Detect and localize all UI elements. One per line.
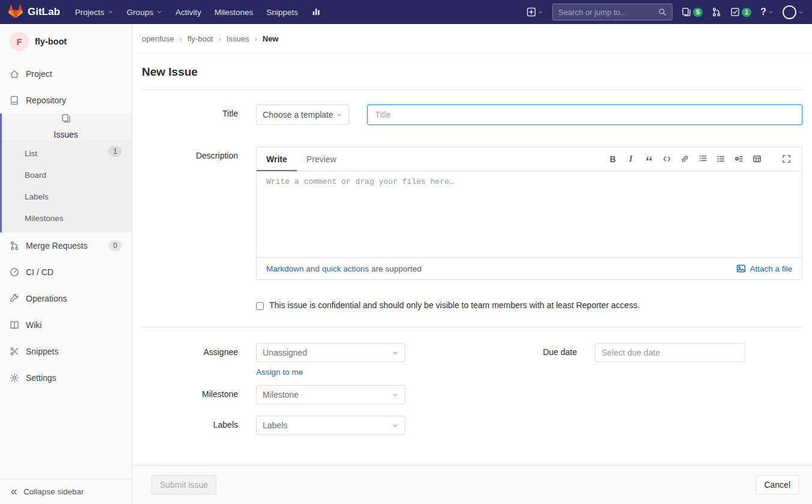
navbar-menu: Projects Groups Activity Milestones Snip… (69, 0, 328, 24)
attach-file-button[interactable]: Attach a file (736, 264, 792, 273)
nav-snippets[interactable]: Snippets (260, 0, 305, 24)
chevron-down-icon (538, 10, 543, 15)
description-textarea[interactable] (257, 171, 802, 257)
milestone-controls: Milestone (256, 385, 802, 404)
help-menu-button[interactable]: ? (760, 7, 774, 17)
assign-to-me-link[interactable]: Assign to me (256, 368, 303, 377)
nav-snippets-label: Snippets (266, 8, 298, 17)
due-date-group: Due date (543, 343, 745, 362)
task-list-button[interactable] (731, 151, 747, 167)
sidebar-subitem-milestones[interactable]: Milestones (2, 207, 132, 229)
collapse-sidebar-button[interactable]: Collapse sidebar (0, 479, 132, 504)
wiki-book-icon (10, 320, 19, 330)
markdown-help-link[interactable]: Markdown (266, 264, 304, 273)
breadcrumb-issues[interactable]: Issues (227, 34, 249, 43)
project-avatar: F (10, 32, 29, 51)
sidebar-item-wiki[interactable]: Wiki (0, 312, 132, 338)
merge-request-icon (712, 7, 721, 17)
merge-requests-button[interactable] (712, 7, 721, 17)
confidential-checkbox[interactable] (256, 302, 264, 310)
note-text: are supported (371, 264, 421, 273)
nav-projects[interactable]: Projects (69, 0, 120, 24)
labels-controls: Labels (256, 416, 802, 435)
nav-charts[interactable] (305, 0, 328, 24)
top-navbar: GitLab Projects Groups Activity Mileston… (0, 0, 812, 24)
title-label: Title (142, 105, 256, 125)
search-icon (658, 8, 667, 16)
sidebar-item-operations[interactable]: Operations (0, 285, 132, 312)
user-menu-button[interactable] (783, 5, 804, 19)
snippets-icon (10, 347, 19, 356)
markdown-editor-header: Write Preview B I (257, 147, 802, 171)
new-menu-button[interactable] (527, 7, 543, 17)
assignee-row: Assignee Unassigned Assign to me Due dat… (142, 343, 802, 377)
breadcrumb-group[interactable]: openfuse (142, 34, 174, 43)
numbered-list-button[interactable] (713, 151, 729, 167)
labels-label: Labels (142, 416, 256, 435)
nav-activity[interactable]: Activity (169, 0, 208, 24)
confidential-label: This issue is confidential and should on… (269, 300, 640, 310)
gitlab-logo[interactable]: GitLab (8, 4, 60, 20)
title-row: Title Choose a template (142, 105, 802, 125)
sidebar-item-label: Settings (26, 373, 56, 383)
nav-activity-label: Activity (176, 8, 201, 17)
sidebar-item-merge-requests[interactable]: Merge Requests 0 (0, 232, 132, 259)
home-icon (10, 69, 19, 79)
nav-groups[interactable]: Groups (120, 0, 169, 24)
milestone-value: Milestone (263, 390, 299, 399)
sidebar-item-repository[interactable]: Repository (0, 87, 132, 114)
todos-button[interactable]: 1 (730, 7, 751, 17)
sidebar-item-ci-cd[interactable]: CI / CD (0, 259, 132, 285)
sidebar-item-settings[interactable]: Settings (0, 365, 132, 391)
assigned-issues-button[interactable]: 5 (682, 7, 703, 17)
submit-issue-button[interactable]: Submit issue (151, 475, 216, 494)
quick-actions-help-link[interactable]: quick actions (322, 264, 369, 273)
cancel-button[interactable]: Cancel (756, 475, 799, 494)
note-text: and (306, 264, 320, 273)
sidebar-item-issues[interactable]: Issues 1 (2, 114, 132, 140)
bar-chart-icon (311, 7, 321, 18)
italic-button[interactable]: I (623, 151, 639, 167)
bold-button[interactable]: B (605, 151, 621, 167)
sidebar-section-issues: Issues 1 List Board Labels Milestones (0, 114, 132, 232)
nav-groups-label: Groups (127, 8, 153, 17)
link-button[interactable] (677, 151, 693, 167)
subitem-label: Milestones (25, 214, 64, 223)
chevron-down-icon (392, 350, 398, 356)
chevron-down-icon (392, 392, 398, 398)
fullscreen-button[interactable] (778, 151, 795, 167)
sidebar-item-label: CI / CD (26, 267, 53, 277)
milestone-dropdown[interactable]: Milestone (256, 385, 405, 404)
quote-button[interactable] (641, 151, 657, 167)
subitem-label: List (25, 149, 37, 158)
bullet-list-button[interactable] (695, 151, 711, 167)
sidebar-item-snippets[interactable]: Snippets (0, 338, 132, 365)
markdown-editor-footer: Markdown and quick actions are supported… (257, 257, 802, 279)
sidebar-subitem-board[interactable]: Board (2, 164, 132, 186)
page-title: New Issue (142, 65, 802, 79)
nav-milestones[interactable]: Milestones (208, 0, 260, 24)
tab-preview[interactable]: Preview (297, 147, 346, 171)
merge-request-icon (10, 241, 19, 250)
code-button[interactable] (659, 151, 675, 167)
table-button[interactable] (749, 151, 765, 167)
attach-file-label: Attach a file (749, 264, 792, 273)
breadcrumb-project[interactable]: fly-boot (188, 34, 213, 43)
quote-icon (645, 154, 653, 164)
choose-template-dropdown[interactable]: Choose a template (256, 105, 349, 125)
search-input[interactable] (558, 8, 655, 17)
assignee-dropdown[interactable]: Unassigned (256, 343, 405, 362)
breadcrumb-separator: › (180, 34, 182, 43)
issue-title-input[interactable] (367, 105, 802, 125)
chevron-down-icon (392, 422, 398, 429)
markdown-editor: Write Preview B I (256, 147, 802, 280)
project-context[interactable]: F fly-boot (0, 24, 132, 58)
labels-dropdown[interactable]: Labels (256, 416, 405, 435)
divider (142, 327, 802, 327)
due-date-input[interactable] (595, 343, 745, 362)
sidebar-item-project[interactable]: Project (0, 61, 132, 87)
labels-value: Labels (263, 421, 287, 430)
description-label: Description (142, 147, 256, 280)
tab-write[interactable]: Write (257, 147, 297, 171)
sidebar-subitem-labels[interactable]: Labels (2, 186, 132, 207)
